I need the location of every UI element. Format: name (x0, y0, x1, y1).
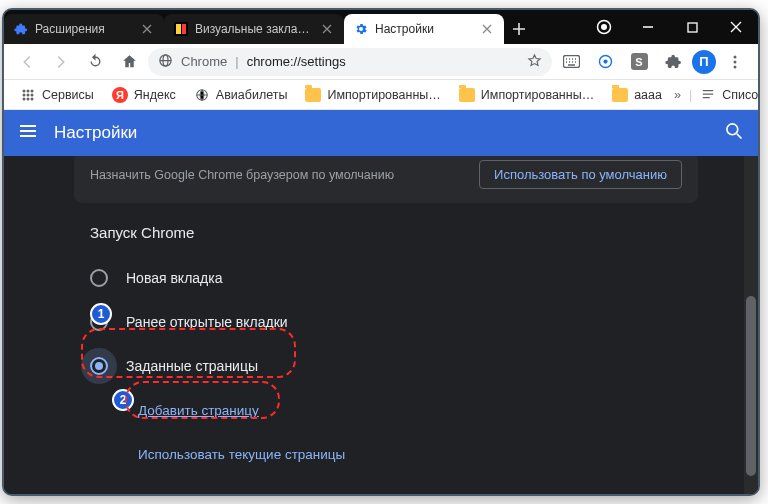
default-browser-subtext: Назначить Google Chrome браузером по умо… (90, 168, 394, 182)
bookmark-label: aaaa (634, 88, 662, 102)
extension-s-icon[interactable]: S (624, 47, 654, 77)
keyboard-icon[interactable] (556, 47, 586, 77)
folder-icon (305, 87, 321, 103)
search-icon[interactable] (724, 121, 744, 146)
svg-point-20 (23, 97, 26, 100)
settings-content: Назначить Google Chrome браузером по умо… (4, 156, 758, 494)
tab-visual-bookmarks[interactable]: Визуальные закладки уд (164, 14, 344, 44)
minimize-button[interactable] (626, 10, 670, 44)
svg-point-13 (734, 65, 737, 68)
globe-icon (194, 87, 210, 103)
add-page-link[interactable]: Добавить страницу (138, 403, 259, 418)
bookmark-label: Яндекс (134, 88, 176, 102)
tab-title: Расширения (35, 22, 135, 36)
menu-icon[interactable] (720, 47, 750, 77)
radio-unchecked-icon[interactable] (90, 269, 108, 287)
yandex-icon: Я (112, 87, 128, 103)
close-icon[interactable] (482, 24, 494, 34)
reading-list-label: Список для чтения (722, 88, 760, 102)
url-path: chrome://settings (247, 54, 346, 69)
bookmark-overflow-button[interactable]: » (674, 88, 681, 102)
bookmark-folder-2[interactable]: Импортированны… (453, 84, 600, 106)
bookmark-folder-1[interactable]: Импортированны… (299, 84, 446, 106)
new-tab-button[interactable] (504, 14, 534, 44)
radio-checked-icon[interactable] (90, 357, 108, 375)
apps-icon (20, 87, 36, 103)
url-host: Chrome (181, 54, 227, 69)
default-browser-card: Назначить Google Chrome браузером по умо… (74, 156, 698, 203)
option-label: Новая вкладка (126, 270, 223, 286)
option-label: Ранее открытые вкладки (126, 314, 288, 330)
tab-settings[interactable]: Настройки (344, 14, 504, 44)
svg-rect-2 (182, 24, 186, 34)
tab-extensions[interactable]: Расширения (4, 14, 164, 44)
startup-options: Новая вкладка Ранее открытые вкладки Зад… (90, 256, 688, 476)
option-label: Заданные страницы (126, 358, 258, 374)
bookmark-flights[interactable]: Авиабилеты (188, 84, 294, 106)
close-icon[interactable] (142, 24, 154, 34)
svg-rect-5 (688, 23, 697, 32)
site-info-icon[interactable] (158, 53, 173, 71)
reading-list-button[interactable]: Список для чтения (700, 87, 760, 103)
puzzle-icon (14, 22, 28, 36)
svg-point-4 (601, 24, 607, 30)
svg-point-19 (31, 93, 34, 96)
folder-icon (459, 87, 475, 103)
folder-icon (612, 87, 628, 103)
svg-text:Я: Я (116, 89, 124, 101)
use-current-pages-link[interactable]: Использовать текущие страницы (138, 447, 345, 462)
bookmarks-bar: Сервисы Я Яндекс Авиабилеты Импортирован… (4, 80, 758, 110)
forward-button[interactable] (46, 47, 76, 77)
profile-avatar[interactable]: П (692, 50, 716, 74)
bookmark-label: Импортированны… (481, 88, 594, 102)
reload-button[interactable] (80, 47, 110, 77)
maximize-button[interactable] (670, 10, 714, 44)
svg-point-10 (603, 59, 607, 63)
tab-title: Визуальные закладки уд (195, 22, 315, 36)
toolbar: Chrome | chrome://settings S П (4, 44, 758, 80)
settings-title: Настройки (54, 123, 137, 143)
svg-point-12 (734, 60, 737, 63)
back-button[interactable] (12, 47, 42, 77)
address-bar[interactable]: Chrome | chrome://settings (148, 48, 552, 76)
close-icon[interactable] (322, 24, 334, 34)
bookmark-folder-3[interactable]: aaaa (606, 84, 668, 106)
bookmark-label: Импортированны… (327, 88, 440, 102)
gear-icon (354, 22, 368, 36)
svg-point-22 (31, 97, 34, 100)
svg-rect-1 (176, 24, 181, 34)
add-page-link-row: Добавить страницу (90, 388, 688, 432)
svg-point-17 (23, 93, 26, 96)
extensions-puzzle-icon[interactable] (658, 47, 688, 77)
svg-point-15 (27, 89, 30, 92)
hamburger-icon[interactable] (18, 121, 38, 146)
vertical-scrollbar[interactable] (744, 156, 758, 494)
close-button[interactable] (714, 10, 758, 44)
yandex-vb-icon (174, 22, 188, 36)
svg-point-21 (27, 97, 30, 100)
startup-option-newtab[interactable]: Новая вкладка (90, 256, 688, 300)
startup-option-specific[interactable]: Заданные страницы (90, 344, 688, 388)
make-default-button[interactable]: Использовать по умолчанию (479, 160, 682, 189)
startup-section-title: Запуск Chrome (90, 224, 194, 241)
bookmark-yandex[interactable]: Я Яндекс (106, 84, 182, 106)
svg-point-11 (734, 55, 737, 58)
radio-unchecked-icon[interactable] (90, 313, 108, 331)
window-controls (582, 10, 758, 44)
bookmark-star-icon[interactable] (527, 53, 542, 71)
tab-strip: Расширения Визуальные закладки уд Наст (4, 10, 582, 44)
bookmark-label: Сервисы (42, 88, 94, 102)
record-indicator[interactable] (582, 10, 626, 44)
browser-window: Расширения Визуальные закладки уд Наст (2, 8, 760, 496)
bookmark-label: Авиабилеты (216, 88, 288, 102)
url-separator: | (235, 54, 238, 69)
extension-circle-icon[interactable] (590, 47, 620, 77)
startup-option-continue[interactable]: Ранее открытые вкладки (90, 300, 688, 344)
home-button[interactable] (114, 47, 144, 77)
bookmark-apps[interactable]: Сервисы (14, 84, 100, 106)
svg-rect-8 (563, 56, 579, 68)
title-bar: Расширения Визуальные закладки уд Наст (4, 10, 758, 44)
reading-list-icon (700, 87, 716, 103)
use-current-link-row: Использовать текущие страницы (90, 432, 688, 476)
scrollbar-thumb[interactable] (746, 296, 756, 476)
